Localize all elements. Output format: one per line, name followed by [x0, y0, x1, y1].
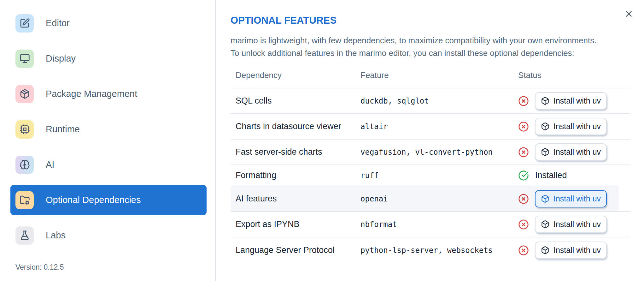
settings-sidebar: EditorDisplayPackage ManagementRuntimeAI…	[0, 0, 216, 281]
box-icon	[541, 220, 549, 229]
install-button-label: Install with uv	[553, 194, 601, 203]
install-with-uv-button[interactable]: Install with uv	[535, 190, 607, 207]
feature-cell: duckdb, sqlglot	[360, 97, 518, 105]
cpu-icon	[15, 120, 34, 139]
install-button-label: Install with uv	[553, 220, 601, 229]
status-cell: Install with uv	[518, 242, 630, 259]
not-installed-x-icon	[518, 219, 529, 230]
dependency-cell: AI features	[231, 194, 360, 204]
table-row: Fast server-side chartsvegafusion, vl-co…	[231, 140, 630, 165]
panel-description-line1: marimo is lightweight, with few dependen…	[231, 36, 596, 45]
box-icon	[541, 122, 549, 131]
not-installed-x-icon	[518, 96, 529, 106]
sidebar-item-label: Package Management	[46, 89, 137, 99]
folder-cog-icon	[15, 191, 34, 209]
package-icon	[15, 85, 34, 103]
monitor-icon	[15, 50, 34, 68]
sidebar-nav: EditorDisplayPackage ManagementRuntimeAI…	[0, 0, 215, 250]
install-with-uv-button[interactable]: Install with uv	[535, 242, 607, 259]
panel-description-line2: To unlock additional features in the mar…	[231, 48, 574, 58]
flask-icon	[15, 226, 34, 245]
install-with-uv-button[interactable]: Install with uv	[535, 118, 607, 135]
feature-cell: ruff	[360, 171, 518, 180]
sidebar-item-package-management[interactable]: Package Management	[10, 79, 207, 109]
brain-icon	[15, 156, 34, 174]
feature-cell: python-lsp-server, websockets	[360, 246, 518, 255]
install-with-uv-button[interactable]: Install with uv	[535, 92, 607, 110]
feature-cell: openai	[360, 194, 518, 203]
column-header-feature: Feature	[360, 70, 518, 80]
sidebar-item-label: AI	[46, 159, 54, 170]
box-icon	[541, 194, 549, 203]
sidebar-item-display[interactable]: Display	[10, 44, 207, 74]
install-with-uv-button[interactable]: Install with uv	[535, 143, 607, 161]
box-icon	[541, 246, 549, 254]
feature-cell: nbformat	[360, 220, 518, 229]
dependency-cell: Charts in datasource viewer	[231, 122, 360, 131]
install-button-label: Install with uv	[553, 246, 601, 255]
table-row: Language Server Protocolpython-lsp-serve…	[231, 237, 630, 263]
installed-check-icon	[518, 170, 529, 181]
status-cell: Install with uv	[518, 118, 630, 135]
box-icon	[541, 148, 549, 156]
close-button[interactable]	[624, 9, 634, 19]
not-installed-x-icon	[518, 194, 529, 204]
sidebar-item-runtime[interactable]: Runtime	[10, 114, 207, 144]
dependency-cell: Language Server Protocol	[231, 245, 360, 255]
sidebar-item-labs[interactable]: Labs	[10, 220, 207, 250]
optional-features-panel: OPTIONAL FEATURES marimo is lightweight,…	[216, 0, 644, 281]
table-row: SQL cellsduckdb, sqlglotInstall with uv	[231, 88, 630, 114]
install-with-uv-button[interactable]: Install with uv	[535, 216, 607, 233]
table-row: Charts in datasource vieweraltairInstall…	[231, 114, 630, 140]
table-row: FormattingruffInstalled	[231, 165, 630, 186]
sidebar-item-editor[interactable]: Editor	[10, 8, 207, 38]
column-header-dependency: Dependency	[231, 70, 360, 80]
sidebar-item-ai[interactable]: AI	[10, 150, 207, 180]
dependency-cell: Fast server-side charts	[231, 147, 360, 157]
status-cell: Install with uv	[518, 92, 630, 110]
not-installed-x-icon	[518, 121, 529, 132]
not-installed-x-icon	[518, 147, 529, 158]
sidebar-item-label: Labs	[46, 230, 66, 241]
installed-status-label: Installed	[535, 170, 567, 180]
settings-dialog: EditorDisplayPackage ManagementRuntimeAI…	[0, 0, 644, 281]
status-cell: Install with uv	[518, 190, 630, 207]
table-header-row: Dependency Feature Status	[231, 59, 630, 88]
status-cell: Installed	[518, 170, 630, 181]
feature-cell: altair	[360, 122, 518, 131]
version-label: Version: 0.12.5	[15, 263, 64, 272]
dependency-cell: Formatting	[231, 170, 360, 180]
sidebar-item-label: Display	[46, 53, 76, 64]
sidebar-item-label: Runtime	[46, 124, 80, 135]
column-header-status: Status	[518, 70, 630, 80]
table-row: Export as IPYNBnbformatInstall with uv	[231, 212, 630, 237]
dependency-cell: SQL cells	[231, 96, 360, 106]
page-title: OPTIONAL FEATURES	[231, 15, 630, 26]
sidebar-item-label: Editor	[46, 18, 70, 28]
sidebar-item-optional-dependencies[interactable]: Optional Dependencies	[10, 185, 207, 215]
install-button-label: Install with uv	[553, 96, 601, 105]
panel-description: marimo is lightweight, with few dependen…	[231, 34, 630, 59]
sidebar-item-label: Optional Dependencies	[46, 195, 141, 205]
status-cell: Install with uv	[518, 143, 630, 161]
box-icon	[541, 97, 549, 105]
not-installed-x-icon	[518, 245, 529, 256]
status-cell: Install with uv	[518, 216, 630, 233]
table-row: AI featuresopenaiInstall with uv	[231, 186, 630, 212]
square-pen-icon	[15, 14, 34, 33]
install-button-label: Install with uv	[553, 122, 601, 131]
close-icon	[624, 9, 634, 19]
install-button-label: Install with uv	[553, 147, 601, 157]
feature-cell: vegafusion, vl-convert-python	[360, 148, 518, 157]
dependency-cell: Export as IPYNB	[231, 219, 360, 229]
dependency-table: Dependency Feature Status SQL cellsduckd…	[231, 59, 630, 263]
dependency-table-body: SQL cellsduckdb, sqlglotInstall with uvC…	[231, 88, 630, 263]
